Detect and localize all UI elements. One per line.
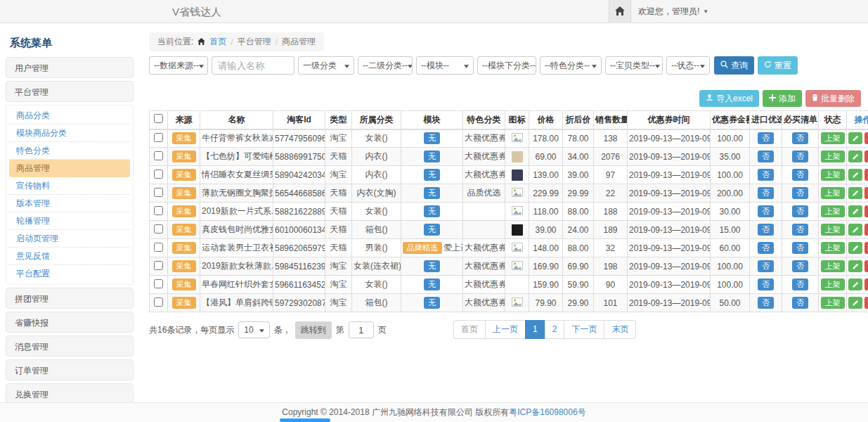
import-select-toggle[interactable]: 否 [758, 151, 774, 162]
sidebar-item-feature-category[interactable]: 特色分类 [9, 142, 130, 160]
sidebar-item-splash-management[interactable]: 启动页管理 [9, 230, 130, 248]
import-excel-button[interactable]: 导入excel [699, 90, 759, 107]
delete-button[interactable] [864, 224, 868, 236]
sidebar-item-version-management[interactable]: 版本管理 [9, 195, 130, 212]
import-select-toggle[interactable]: 否 [758, 132, 774, 144]
pager-last[interactable]: 末页 [604, 320, 636, 339]
must-buy-toggle[interactable]: 否 [792, 297, 808, 309]
sidebar-item-platform-management[interactable]: 平台管理 [6, 81, 134, 102]
sidebar-item-carousel-management[interactable]: 轮播管理 [9, 212, 130, 230]
status-badge[interactable]: 上架 [821, 132, 845, 144]
must-buy-toggle[interactable]: 否 [792, 187, 808, 199]
delete-button[interactable] [864, 260, 868, 272]
sidebar-item-promo-materials[interactable]: 宣传物料 [9, 177, 130, 195]
filter-module-sub-category-select[interactable]: --模块下分类-- [477, 56, 536, 75]
status-badge[interactable]: 上架 [821, 242, 845, 254]
sidebar-item-order-management[interactable]: 订单管理 [6, 359, 134, 381]
status-badge[interactable]: 上架 [821, 205, 845, 217]
delete-button[interactable] [864, 132, 868, 144]
pager-page-1[interactable]: 1 [525, 320, 545, 339]
jump-page-input[interactable] [349, 321, 374, 338]
must-buy-toggle[interactable]: 否 [792, 279, 808, 290]
edit-button[interactable] [848, 297, 862, 309]
sidebar-item-message-management[interactable]: 消息管理 [6, 335, 134, 357]
sidebar-item-save-earn-news[interactable]: 省赚快报 [6, 312, 134, 333]
must-buy-toggle[interactable]: 否 [792, 132, 808, 144]
icp-link[interactable]: 粤ICP备16098006号 [509, 407, 585, 417]
edit-button[interactable] [848, 151, 862, 162]
delete-button[interactable] [864, 297, 868, 309]
status-badge[interactable]: 上架 [821, 151, 845, 162]
must-buy-toggle[interactable]: 否 [792, 151, 808, 162]
must-buy-toggle[interactable]: 否 [792, 205, 808, 217]
delete-button[interactable] [864, 242, 868, 254]
status-badge[interactable]: 上架 [821, 260, 845, 272]
edit-button[interactable] [848, 260, 862, 272]
edit-button[interactable] [848, 132, 862, 144]
import-select-toggle[interactable]: 否 [758, 297, 774, 309]
edit-button[interactable] [848, 279, 862, 290]
must-buy-toggle[interactable]: 否 [792, 169, 808, 181]
sidebar-item-exchange-management[interactable]: 兑换管理 [6, 383, 134, 402]
import-select-toggle[interactable]: 否 [758, 205, 774, 217]
row-checkbox[interactable] [154, 188, 163, 197]
row-checkbox[interactable] [154, 298, 163, 307]
pager-page-2[interactable]: 2 [545, 320, 565, 339]
filter-name-input[interactable] [212, 56, 294, 75]
reset-button[interactable]: 重置 [758, 56, 798, 75]
row-checkbox[interactable] [154, 206, 163, 215]
row-checkbox[interactable] [154, 243, 163, 252]
home-button[interactable] [609, 0, 631, 23]
delete-button[interactable] [864, 205, 868, 217]
edit-button[interactable] [848, 169, 862, 181]
import-select-toggle[interactable]: 否 [758, 242, 774, 254]
pager-first[interactable]: 首页 [453, 320, 486, 339]
must-buy-toggle[interactable]: 否 [792, 242, 808, 254]
sidebar-item-module-goods-category[interactable]: 模块商品分类 [9, 124, 130, 142]
delete-button[interactable] [864, 279, 868, 290]
row-checkbox[interactable] [154, 279, 163, 288]
status-badge[interactable]: 上架 [821, 224, 845, 236]
status-badge[interactable]: 上架 [821, 297, 845, 309]
status-badge[interactable]: 上架 [821, 279, 845, 290]
edit-button[interactable] [848, 187, 862, 199]
must-buy-toggle[interactable]: 否 [792, 224, 808, 236]
per-page-select[interactable]: 10 [238, 321, 269, 338]
import-select-toggle[interactable]: 否 [758, 260, 774, 272]
select-all-checkbox[interactable] [154, 114, 163, 123]
pager-prev[interactable]: 上一页 [485, 320, 526, 339]
row-checkbox[interactable] [154, 151, 163, 160]
sidebar-item-feedback[interactable]: 意见反馈 [9, 248, 130, 265]
filter-item-type-select[interactable]: --宝贝类型-- [605, 56, 663, 75]
delete-button[interactable] [864, 169, 868, 181]
status-badge[interactable]: 上架 [821, 169, 845, 181]
sidebar-item-goods-category[interactable]: 商品分类 [9, 107, 130, 124]
sidebar-item-goods-management[interactable]: 商品管理 [9, 160, 130, 177]
filter-feature-category-select[interactable]: --特色分类-- [540, 56, 602, 75]
import-select-toggle[interactable]: 否 [758, 187, 774, 199]
sidebar-item-group-buy-management[interactable]: 拼团管理 [6, 288, 134, 309]
user-menu[interactable]: 欢迎您，管理员! ▼ [638, 0, 708, 23]
jump-button[interactable]: 跳转到 [295, 321, 332, 339]
filter-data-source-select[interactable]: --数据来源-- [149, 56, 208, 75]
row-checkbox[interactable] [154, 224, 163, 234]
sidebar-item-platform-config[interactable]: 平台配置 [9, 265, 130, 283]
add-button[interactable]: 添加 [763, 90, 802, 107]
import-select-toggle[interactable]: 否 [758, 224, 774, 236]
row-checkbox[interactable] [154, 133, 163, 142]
breadcrumb-home-link[interactable]: 首页 [209, 36, 226, 48]
must-buy-toggle[interactable]: 否 [792, 260, 808, 272]
sidebar-item-user-management[interactable]: 用户管理 [6, 57, 134, 78]
filter-level2-category-select[interactable]: --二级分类-- [358, 56, 413, 75]
delete-button[interactable] [864, 151, 868, 162]
delete-button[interactable] [864, 187, 868, 199]
query-button[interactable]: 查询 [714, 56, 754, 75]
filter-level1-category-select[interactable]: 一级分类 [298, 56, 354, 75]
horizontal-scrollbar-thumb[interactable] [280, 418, 330, 422]
filter-status-select[interactable]: --状态-- [666, 56, 710, 75]
import-select-toggle[interactable]: 否 [758, 169, 774, 181]
pager-next[interactable]: 下一页 [564, 320, 604, 339]
batch-delete-button[interactable]: 批量删除 [805, 90, 861, 107]
row-checkbox[interactable] [154, 170, 163, 179]
edit-button[interactable] [848, 242, 862, 254]
